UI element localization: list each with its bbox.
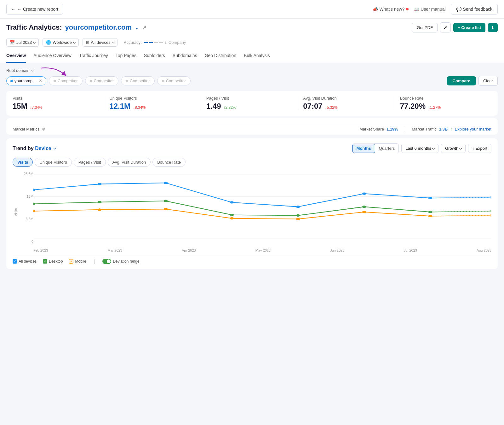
market-metrics-inner: Market Metrics ⊕ Market Share 1.19% | Ma… — [13, 124, 491, 131]
date-filter[interactable]: 📅 Jul 2023 — [6, 38, 39, 47]
external-link-icon[interactable]: ↗ — [143, 25, 146, 30]
download-button[interactable]: ⬇ — [488, 23, 498, 32]
export-button[interactable]: ↑ Export — [468, 144, 491, 153]
market-share-value: 1.19% — [387, 127, 398, 131]
x-label-apr: Apr 2023 — [182, 248, 196, 252]
top-bar-right: 📣 What's new? 📖 User manual 💬 Send feedb… — [373, 4, 498, 15]
dash-1 — [144, 42, 148, 43]
clear-button[interactable]: Clear — [478, 76, 498, 86]
legend-desktop[interactable]: ✓ Desktop — [43, 259, 63, 264]
whats-new-nav[interactable]: 📣 What's new? — [373, 7, 409, 12]
legend-mobile[interactable]: ✓ Mobile — [69, 259, 86, 264]
y-axis: 25.3M 13M 6.5M 0 — [20, 172, 33, 252]
tab-geo-distribution[interactable]: Geo Distribution — [205, 49, 236, 63]
stat-br-label: Bounce Rate — [400, 96, 486, 101]
competitor-slot-3[interactable]: Competitor — [121, 76, 155, 85]
back-button[interactable]: ← ← Create new report — [6, 4, 63, 15]
stat-visits: Visits 15M ↓7.34% — [13, 96, 104, 111]
growth-chevron — [459, 147, 462, 149]
compare-button[interactable]: Compare — [447, 76, 476, 85]
chart-legend: ✓ All devices ✓ Desktop ✓ Mobile | — [13, 256, 491, 264]
root-domain-chevron — [31, 69, 33, 71]
svg-point-19 — [98, 208, 102, 211]
get-pdf-button[interactable]: Get PDF — [412, 23, 438, 32]
stat-uv-label: Unique Visitors — [109, 96, 196, 101]
legend-deviation-label: Deviation range — [113, 259, 139, 264]
x-label-aug: Aug 2023 — [477, 248, 491, 252]
expand-button[interactable]: ⤢ — [440, 22, 451, 32]
whats-new-label: What's new? — [380, 7, 405, 12]
svg-point-22 — [296, 218, 300, 220]
tab-bulk-analysis[interactable]: Bulk Analysis — [244, 49, 270, 63]
metric-tab-avg-duration[interactable]: Avg. Visit Duration — [108, 158, 151, 167]
market-metrics-row: Market Metrics ⊕ Market Share 1.19% | Ma… — [6, 118, 498, 135]
time-toggle: Months Quarters — [352, 143, 399, 153]
months-button[interactable]: Months — [352, 144, 375, 153]
location-label: Worldwide — [53, 40, 72, 45]
market-traffic-label: Market Traffic — [412, 127, 437, 131]
tab-subdomains[interactable]: Subdomains — [173, 49, 197, 63]
send-feedback-button[interactable]: 💬 Send feedback — [451, 4, 498, 15]
explore-market-link[interactable]: Explore your market — [455, 127, 491, 131]
dropdown-icon[interactable]: ⌄ — [135, 24, 140, 31]
empty-dot-3 — [126, 80, 128, 82]
empty-dot-4 — [162, 80, 164, 82]
market-info-icon[interactable]: ⊕ — [42, 127, 45, 131]
date-range-button[interactable]: Last 6 months — [401, 144, 438, 153]
legend-all-devices[interactable]: ✓ All devices — [13, 259, 37, 264]
market-share-label: Market Share — [359, 127, 384, 131]
user-manual-nav[interactable]: 📖 User manual — [414, 7, 445, 12]
tab-subfolders[interactable]: Subfolders — [144, 49, 165, 63]
chart-container: Visits 25.3M 13M 6.5M 0 — [13, 172, 491, 252]
growth-button[interactable]: Growth — [441, 144, 466, 153]
tab-overview[interactable]: Overview — [6, 49, 26, 63]
competitor-slot-4[interactable]: Competitor — [157, 76, 191, 85]
main-competitor-label: yourcomp... — [14, 79, 36, 83]
stat-pv-label: Pages / Visit — [206, 96, 293, 101]
accuracy-dashes — [144, 42, 163, 43]
stat-ad-label: Avg. Visit Duration — [303, 96, 389, 101]
devices-icon: ⊞ — [86, 40, 89, 45]
stat-br-change: ↓1.27% — [428, 105, 441, 110]
accuracy-row: Accuracy: ℹ Company — [124, 40, 186, 45]
y-label-25: 25.3M — [24, 172, 33, 176]
x-label-jul: Jul 2023 — [404, 248, 417, 252]
trend-chevron[interactable] — [54, 147, 56, 149]
filter-row: 📅 Jul 2023 🌐 Worldwide ⊞ All devices Acc… — [6, 36, 498, 49]
create-list-button[interactable]: + Create list — [453, 23, 485, 32]
legend-mobile-label: Mobile — [75, 259, 86, 264]
tab-top-pages[interactable]: Top Pages — [116, 49, 136, 63]
info-icon[interactable]: ℹ — [165, 40, 167, 45]
legend-deviation[interactable]: Deviation range — [102, 259, 139, 264]
x-label-may: May 2023 — [255, 248, 271, 252]
metric-tab-visits[interactable]: Visits — [13, 158, 33, 167]
svg-point-21 — [230, 217, 234, 219]
trend-by-device[interactable]: Device — [35, 146, 51, 151]
root-domain-row[interactable]: Root domain — [6, 68, 498, 73]
metric-tab-unique-visitors[interactable]: Unique Visitors — [35, 158, 72, 167]
competitor-placeholder-3: Competitor — [130, 79, 150, 83]
deviation-toggle[interactable] — [102, 259, 111, 264]
title-row: Traffic Analytics: yourcompetitor.com ⌄ … — [6, 22, 498, 32]
x-label-feb: Feb 2023 — [33, 248, 48, 252]
svg-point-12 — [98, 201, 102, 203]
quarters-button[interactable]: Quarters — [375, 144, 399, 153]
dash-3 — [154, 42, 158, 43]
competitor-slot-2[interactable]: Competitor — [85, 76, 119, 85]
empty-dot-2 — [90, 80, 92, 82]
svg-point-16 — [362, 206, 366, 208]
tab-audience-overview[interactable]: Audience Overview — [33, 49, 72, 63]
feedback-icon: 💬 — [456, 7, 461, 12]
metric-tabs: Visits Unique Visitors Pages / Visit Avg… — [13, 158, 491, 167]
main-header: Traffic Analytics: yourcompetitor.com ⌄ … — [0, 19, 504, 49]
svg-point-23 — [362, 211, 366, 213]
stat-uv-change: ↓8.34% — [133, 105, 146, 110]
domain-link[interactable]: yourcompetitor.com — [65, 23, 131, 32]
tab-traffic-journey[interactable]: Traffic Journey — [79, 49, 108, 63]
location-filter[interactable]: 🌐 Worldwide — [43, 38, 78, 47]
chart-svg — [33, 172, 491, 247]
metric-tab-pages-visit[interactable]: Pages / Visit — [74, 158, 106, 167]
metric-tab-bounce-rate[interactable]: Bounce Rate — [152, 158, 186, 167]
device-filter[interactable]: ⊞ All devices — [83, 38, 117, 47]
send-feedback-label: Send feedback — [463, 7, 492, 12]
